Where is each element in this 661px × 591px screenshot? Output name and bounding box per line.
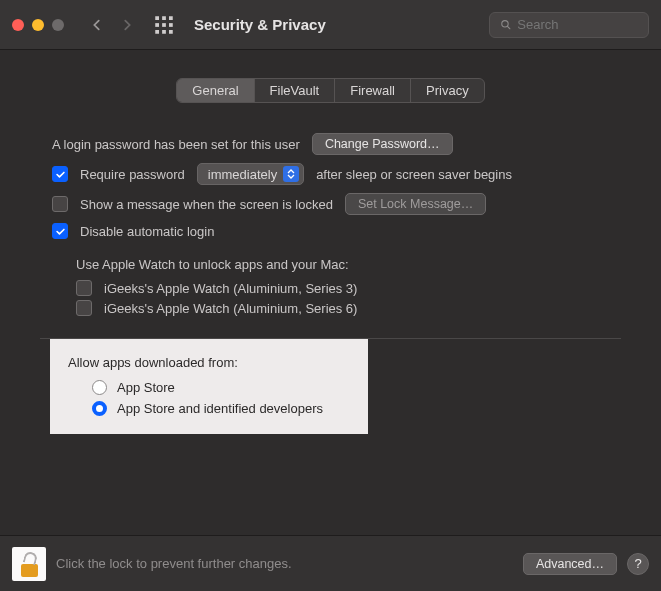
svg-rect-2 bbox=[169, 16, 173, 20]
svg-rect-1 bbox=[162, 16, 166, 20]
maximize-icon bbox=[52, 19, 64, 31]
disable-auto-login-label: Disable automatic login bbox=[80, 224, 214, 239]
search-field[interactable] bbox=[489, 12, 649, 38]
login-password-text: A login password has been set for this u… bbox=[52, 137, 300, 152]
show-message-label: Show a message when the screen is locked bbox=[80, 197, 333, 212]
back-button[interactable] bbox=[86, 14, 108, 36]
tab-general[interactable]: General bbox=[177, 79, 253, 102]
show-all-button[interactable] bbox=[154, 15, 174, 35]
footer: Click the lock to prevent further change… bbox=[0, 535, 661, 591]
require-password-prefix: Require password bbox=[80, 167, 185, 182]
tab-bar: General FileVault Firewall Privacy bbox=[40, 78, 621, 103]
lock-open-icon bbox=[23, 550, 39, 565]
allow-apps-radio-identified[interactable] bbox=[92, 401, 107, 416]
allow-apps-option-1: App Store and identified developers bbox=[117, 401, 323, 416]
close-icon[interactable] bbox=[12, 19, 24, 31]
search-input[interactable] bbox=[517, 17, 638, 32]
apple-watch-device-checkbox-1[interactable] bbox=[76, 300, 92, 316]
svg-rect-6 bbox=[155, 30, 159, 34]
svg-rect-0 bbox=[155, 16, 159, 20]
chevron-left-icon bbox=[90, 18, 104, 32]
svg-rect-8 bbox=[169, 30, 173, 34]
svg-rect-5 bbox=[169, 23, 173, 27]
tab-filevault[interactable]: FileVault bbox=[254, 79, 335, 102]
lock-hint-text: Click the lock to prevent further change… bbox=[56, 556, 292, 571]
search-icon bbox=[500, 18, 511, 31]
check-icon bbox=[55, 226, 66, 237]
window-controls bbox=[12, 19, 64, 31]
disable-auto-login-checkbox[interactable] bbox=[52, 223, 68, 239]
show-message-checkbox[interactable] bbox=[52, 196, 68, 212]
forward-button[interactable] bbox=[116, 14, 138, 36]
apple-watch-heading: Use Apple Watch to unlock apps and your … bbox=[76, 257, 349, 272]
require-password-suffix: after sleep or screen saver begins bbox=[316, 167, 512, 182]
change-password-button[interactable]: Change Password… bbox=[312, 133, 453, 155]
page-title: Security & Privacy bbox=[194, 16, 326, 33]
require-password-checkbox[interactable] bbox=[52, 166, 68, 182]
updown-icon bbox=[283, 166, 299, 182]
allow-apps-heading: Allow apps downloaded from: bbox=[68, 355, 350, 370]
tab-firewall[interactable]: Firewall bbox=[334, 79, 410, 102]
grid-icon bbox=[154, 15, 174, 35]
help-button[interactable]: ? bbox=[627, 553, 649, 575]
apple-watch-device-label-1: iGeeks's Apple Watch (Aluminium, Series … bbox=[104, 301, 357, 316]
check-icon bbox=[55, 169, 66, 180]
allow-apps-option-0: App Store bbox=[117, 380, 175, 395]
svg-rect-7 bbox=[162, 30, 166, 34]
apple-watch-device-label-0: iGeeks's Apple Watch (Aluminium, Series … bbox=[104, 281, 357, 296]
general-section: A login password has been set for this u… bbox=[40, 133, 621, 339]
svg-rect-3 bbox=[155, 23, 159, 27]
apple-watch-device-checkbox-0[interactable] bbox=[76, 280, 92, 296]
titlebar: Security & Privacy bbox=[0, 0, 661, 50]
svg-line-10 bbox=[507, 26, 509, 28]
minimize-icon[interactable] bbox=[32, 19, 44, 31]
content-area: General FileVault Firewall Privacy A log… bbox=[0, 50, 661, 339]
allow-apps-panel: Allow apps downloaded from: App Store Ap… bbox=[50, 339, 368, 434]
advanced-button[interactable]: Advanced… bbox=[523, 553, 617, 575]
tab-privacy[interactable]: Privacy bbox=[410, 79, 484, 102]
svg-rect-4 bbox=[162, 23, 166, 27]
chevron-right-icon bbox=[120, 18, 134, 32]
set-lock-message-button[interactable]: Set Lock Message… bbox=[345, 193, 486, 215]
require-password-delay-value: immediately bbox=[208, 167, 277, 182]
require-password-delay-select[interactable]: immediately bbox=[197, 163, 304, 185]
lock-button[interactable] bbox=[12, 547, 46, 581]
allow-apps-radio-appstore[interactable] bbox=[92, 380, 107, 395]
